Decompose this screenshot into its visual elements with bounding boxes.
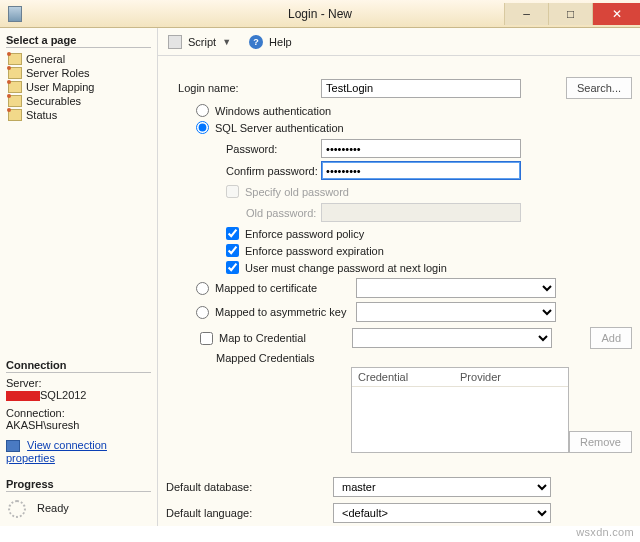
- titlebar: Login - New: [0, 0, 640, 28]
- specify-old-password-check: Specify old password: [166, 183, 632, 200]
- progress-status-row: Ready: [6, 496, 151, 522]
- script-icon: [168, 35, 182, 49]
- progress-status: Ready: [37, 502, 69, 514]
- mapped-cert-label: Mapped to certificate: [215, 282, 350, 294]
- sql-auth-label: SQL Server authentication: [215, 122, 344, 134]
- sidebar: Select a page General Server Roles User …: [0, 28, 158, 526]
- script-dropdown-icon[interactable]: ▼: [222, 37, 231, 47]
- connection-header: Connection: [6, 359, 151, 373]
- mapped-asym-radio[interactable]: Mapped to asymmetric key: [166, 300, 632, 324]
- close-button[interactable]: [592, 3, 640, 25]
- sidebar-item-status[interactable]: Status: [6, 108, 151, 122]
- enforce-policy-checkbox[interactable]: [226, 227, 239, 240]
- old-password-input: [321, 203, 521, 222]
- default-language-label: Default language:: [166, 507, 333, 519]
- enforce-expiration-label: Enforce password expiration: [245, 245, 384, 257]
- sidebar-item-label: Status: [26, 109, 57, 121]
- remove-button[interactable]: Remove: [569, 431, 632, 453]
- mapped-asym-combo[interactable]: [356, 302, 556, 322]
- login-name-label: Login name:: [166, 82, 321, 94]
- connection-properties-icon: [6, 440, 20, 452]
- page-icon: [8, 81, 22, 93]
- old-password-label: Old password:: [166, 207, 321, 219]
- windows-auth-radio[interactable]: Windows authentication: [166, 102, 632, 119]
- form: Login name: Search... Windows authentica…: [158, 56, 640, 474]
- password-input[interactable]: [321, 139, 521, 158]
- cred-col-credential: Credential: [358, 371, 460, 383]
- windows-auth-radio-input[interactable]: [196, 104, 209, 117]
- default-database-combo[interactable]: master: [333, 477, 551, 497]
- mapped-cert-radio[interactable]: Mapped to certificate: [166, 276, 632, 300]
- password-label: Password:: [166, 143, 321, 155]
- sidebar-item-label: General: [26, 53, 65, 65]
- default-language-combo[interactable]: <default>: [333, 503, 551, 523]
- script-button[interactable]: Script: [188, 36, 216, 48]
- search-button[interactable]: Search...: [566, 77, 632, 99]
- login-name-input[interactable]: [321, 79, 521, 98]
- page-list: General Server Roles User Mapping Secura…: [6, 52, 151, 122]
- progress-header: Progress: [6, 478, 151, 492]
- page-icon: [8, 109, 22, 121]
- app-icon: [8, 6, 22, 22]
- enforce-expiration-checkbox[interactable]: [226, 244, 239, 257]
- server-value: SQL2012: [6, 389, 151, 401]
- confirm-password-label: Confirm password:: [166, 165, 321, 177]
- page-icon: [8, 67, 22, 79]
- sidebar-item-label: Securables: [26, 95, 81, 107]
- cred-col-provider: Provider: [460, 371, 562, 383]
- sidebar-item-general[interactable]: General: [6, 52, 151, 66]
- maximize-button[interactable]: [548, 3, 592, 25]
- map-to-credential-label: Map to Credential: [219, 332, 352, 344]
- main-pane: Script ▼ ? Help Login name: Search... Wi…: [158, 28, 640, 526]
- window-controls: [504, 3, 640, 25]
- progress-spinner-icon: [8, 500, 26, 518]
- connection-label: Connection:: [6, 407, 151, 419]
- must-change-checkbox[interactable]: [226, 261, 239, 274]
- must-change-check[interactable]: User must change password at next login: [166, 259, 632, 276]
- sidebar-item-label: User Mapping: [26, 81, 94, 93]
- map-to-credential-checkbox[interactable]: [200, 332, 213, 345]
- help-icon: ?: [249, 35, 263, 49]
- page-icon: [8, 95, 22, 107]
- enforce-policy-check[interactable]: Enforce password policy: [166, 225, 632, 242]
- sql-auth-radio[interactable]: SQL Server authentication: [166, 119, 632, 136]
- windows-auth-label: Windows authentication: [215, 105, 331, 117]
- map-to-credential-combo[interactable]: [352, 328, 552, 348]
- enforce-expiration-check[interactable]: Enforce password expiration: [166, 242, 632, 259]
- page-icon: [8, 53, 22, 65]
- add-button[interactable]: Add: [590, 327, 632, 349]
- specify-old-password-label: Specify old password: [245, 186, 349, 198]
- mapped-cert-combo[interactable]: [356, 278, 556, 298]
- toolbar: Script ▼ ? Help: [158, 28, 640, 56]
- connection-info: Server: SQL2012 Connection: AKASH\suresh…: [6, 377, 151, 464]
- server-label: Server:: [6, 377, 151, 389]
- mapped-credentials-label: Mapped Credentials: [166, 352, 321, 364]
- enforce-policy-label: Enforce password policy: [245, 228, 364, 240]
- mapped-asym-radio-input[interactable]: [196, 306, 209, 319]
- mapped-cert-radio-input[interactable]: [196, 282, 209, 295]
- watermark: wsxdn.com: [576, 526, 634, 538]
- mapped-credentials-grid[interactable]: Credential Provider: [351, 367, 569, 453]
- minimize-button[interactable]: [504, 3, 548, 25]
- confirm-password-input[interactable]: [321, 161, 521, 180]
- sql-auth-radio-input[interactable]: [196, 121, 209, 134]
- specify-old-password-checkbox: [226, 185, 239, 198]
- sidebar-item-label: Server Roles: [26, 67, 90, 79]
- default-database-label: Default database:: [166, 481, 333, 493]
- sidebar-item-user-mapping[interactable]: User Mapping: [6, 80, 151, 94]
- select-page-header: Select a page: [6, 34, 151, 48]
- sidebar-item-securables[interactable]: Securables: [6, 94, 151, 108]
- mapped-asym-label: Mapped to asymmetric key: [215, 306, 350, 318]
- must-change-label: User must change password at next login: [245, 262, 447, 274]
- help-button[interactable]: Help: [269, 36, 292, 48]
- sidebar-item-server-roles[interactable]: Server Roles: [6, 66, 151, 80]
- cred-grid-header: Credential Provider: [352, 368, 568, 387]
- connection-value: AKASH\suresh: [6, 419, 151, 431]
- redacted-icon: [6, 391, 40, 401]
- view-connection-properties-link[interactable]: View connection properties: [6, 439, 107, 464]
